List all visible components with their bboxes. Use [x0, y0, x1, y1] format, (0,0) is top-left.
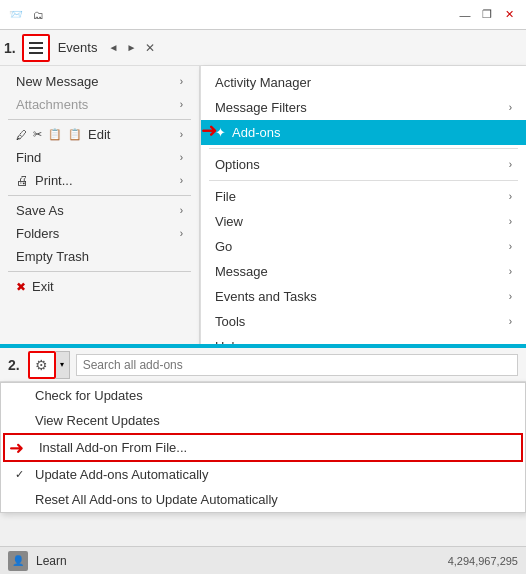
search-input[interactable]: [76, 354, 518, 376]
menu-item-message-filters[interactable]: Message Filters ›: [201, 95, 526, 120]
gear-button[interactable]: ⚙: [28, 351, 56, 379]
reset-label: Reset All Add-ons to Update Automaticall…: [35, 492, 278, 507]
right-menu-separator-1: [209, 148, 518, 149]
save-as-arrow: ›: [180, 205, 183, 216]
dropdown-item-install[interactable]: Install Add-on From File...: [3, 433, 523, 462]
right-menu-separator-2: [209, 180, 518, 181]
menu-item-tools[interactable]: Tools ›: [201, 309, 526, 334]
dropdown-item-view-recent[interactable]: View Recent Updates: [1, 408, 525, 433]
exit-icon-group: ✖ Exit: [16, 279, 54, 294]
menu-item-find[interactable]: Find ›: [0, 146, 199, 169]
save-as-label: Save As: [16, 203, 180, 218]
avatar: 👤: [8, 551, 28, 571]
dropdown-item-auto-update[interactable]: ✓ Update Add-ons Automatically: [1, 462, 525, 487]
tools-arrow: ›: [509, 316, 512, 327]
file-arrow: ›: [509, 191, 512, 202]
menu-item-exit[interactable]: ✖ Exit: [0, 275, 199, 298]
cut-icon: ✂: [33, 128, 42, 141]
menu-item-folders[interactable]: Folders ›: [0, 222, 199, 245]
menu-item-message[interactable]: Message ›: [201, 259, 526, 284]
menu-item-save-as[interactable]: Save As ›: [0, 199, 199, 222]
gear-dropdown-arrow[interactable]: ▾: [56, 351, 70, 379]
file-label: File: [215, 189, 236, 204]
menu-separator-1: [8, 119, 191, 120]
copy-icon: 📋: [48, 128, 62, 141]
go-arrow: ›: [509, 241, 512, 252]
menu-item-addons[interactable]: ✦ Add-ons: [201, 120, 526, 145]
learn-label: Learn: [36, 554, 67, 568]
new-message-arrow: ›: [180, 76, 183, 87]
title-bar: 📨 🗂 — ❐ ✕: [0, 0, 526, 30]
menu-item-events-tasks[interactable]: Events and Tasks ›: [201, 284, 526, 309]
message-filters-label: Message Filters: [215, 100, 307, 115]
menu-item-file[interactable]: File ›: [201, 184, 526, 209]
events-label: Events: [58, 40, 98, 55]
options-label: Options: [215, 157, 260, 172]
title-bar-controls: — ❐ ✕: [456, 6, 518, 24]
nav-left-arrow[interactable]: ◄: [105, 40, 121, 56]
find-label: Find: [16, 150, 180, 165]
message-arrow: ›: [509, 266, 512, 277]
print-icon-group: 🖨 Print...: [16, 173, 73, 188]
go-label: Go: [215, 239, 232, 254]
hamburger-button[interactable]: [22, 34, 50, 62]
menu-item-print[interactable]: 🖨 Print... ›: [0, 169, 199, 192]
edit-arrow: ›: [180, 129, 183, 140]
print-arrow: ›: [180, 175, 183, 186]
menu-item-view[interactable]: View ›: [201, 209, 526, 234]
right-panel: Activity Manager Message Filters › ✦ Add…: [200, 66, 526, 370]
addons-star-icon: ✦: [215, 125, 226, 140]
menu-item-new-message[interactable]: New Message ›: [0, 70, 199, 93]
message-filters-arrow: ›: [509, 102, 512, 113]
minimize-button[interactable]: —: [456, 6, 474, 24]
avatar-icon: 👤: [12, 555, 24, 566]
install-row-container: ➜ Install Add-on From File...: [1, 433, 525, 462]
menu-item-activity-manager[interactable]: Activity Manager: [201, 70, 526, 95]
check-updates-label: Check for Updates: [35, 388, 143, 403]
events-tasks-label: Events and Tasks: [215, 289, 317, 304]
toolbar-row: 1. Events ◄ ► ✕: [0, 30, 526, 66]
step1-label: 1.: [4, 40, 16, 56]
hamburger-line3: [29, 52, 43, 54]
menu-separator-2: [8, 195, 191, 196]
view-recent-label: View Recent Updates: [35, 413, 160, 428]
red-arrow-install: ➜: [9, 437, 24, 459]
nav-right-arrow[interactable]: ►: [123, 40, 139, 56]
dropdown-arrow-icon: ▾: [60, 360, 64, 369]
install-label: Install Add-on From File...: [39, 440, 187, 455]
menu-item-attachments[interactable]: Attachments ›: [0, 93, 199, 116]
toolbar-close[interactable]: ✕: [145, 41, 155, 55]
menu-separator-3: [8, 271, 191, 272]
events-tasks-arrow: ›: [509, 291, 512, 302]
folders-label: Folders: [16, 226, 180, 241]
activity-manager-label: Activity Manager: [215, 75, 311, 90]
dropdown-menu: Check for Updates View Recent Updates ➜ …: [0, 382, 526, 513]
menu-item-edit[interactable]: 🖊 ✂ 📋 📋 Edit ›: [0, 123, 199, 146]
dropdown-item-reset-all[interactable]: Reset All Add-ons to Update Automaticall…: [1, 487, 525, 512]
edit-icon: 🖊: [16, 129, 27, 141]
message-label: Message: [215, 264, 268, 279]
options-arrow: ›: [509, 159, 512, 170]
hamburger-line1: [29, 42, 43, 44]
dropdown-item-check-updates[interactable]: Check for Updates: [1, 383, 525, 408]
status-number: 4,294,967,295: [448, 555, 518, 567]
app-icon2: 🗂: [30, 7, 46, 23]
auto-update-check: ✓: [15, 468, 29, 481]
addons-group: ✦ Add-ons: [215, 125, 280, 140]
view-label: View: [215, 214, 243, 229]
close-button[interactable]: ✕: [500, 6, 518, 24]
toolbar-nav: ◄ ►: [105, 40, 139, 56]
print-label: Print...: [35, 173, 73, 188]
menu-item-options[interactable]: Options ›: [201, 152, 526, 177]
title-bar-left: 📨 🗂: [8, 7, 46, 23]
maximize-button[interactable]: ❐: [478, 6, 496, 24]
top-section: 📨 🗂 — ❐ ✕ 1. Events ◄ ► ✕ New Message ›: [0, 0, 526, 340]
hamburger-line2: [29, 47, 43, 49]
exit-label: Exit: [32, 279, 54, 294]
menu-item-go[interactable]: Go ›: [201, 234, 526, 259]
paste-icon: 📋: [68, 128, 82, 141]
menu-item-empty-trash[interactable]: Empty Trash: [0, 245, 199, 268]
attachments-label: Attachments: [16, 97, 180, 112]
tools-label: Tools: [215, 314, 245, 329]
app-icon: 📨: [8, 7, 24, 23]
